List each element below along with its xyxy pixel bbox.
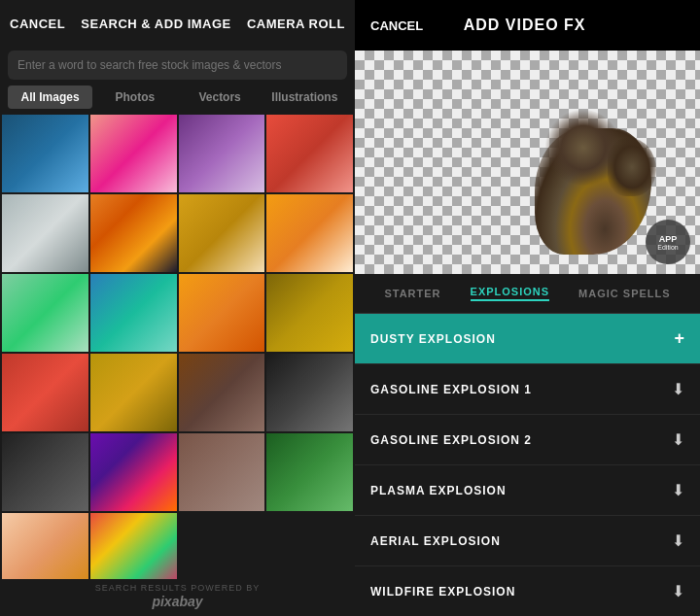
fx-item-label: GASOLINE EXPLOSION 2 — [370, 433, 532, 447]
fx-item-wildfire-explosion[interactable]: WILDFIRE EXPLOSION ⬇ — [355, 566, 700, 616]
list-item[interactable] — [179, 274, 265, 352]
filter-tabs: All Images Photos Vectors Illustrations — [8, 86, 347, 109]
fx-list: DUSTY EXPLOSION + GASOLINE EXPLOSION 1 ⬇… — [355, 314, 700, 616]
app-edition-badge: APP Edition — [646, 220, 690, 264]
fx-tabs: STARTER EXPLOSIONS MAGIC SPELLS — [355, 274, 700, 314]
list-item[interactable] — [2, 433, 88, 511]
fx-item-gasoline-2[interactable]: GASOLINE EXPLOSION 2 ⬇ — [355, 415, 700, 465]
list-item[interactable] — [179, 354, 265, 431]
badge-app-text: APP — [659, 234, 678, 244]
list-item[interactable] — [90, 115, 177, 192]
list-item[interactable] — [90, 513, 177, 579]
list-item[interactable] — [266, 115, 353, 192]
download-icon: ⬇ — [672, 582, 684, 600]
filter-tab-all-images[interactable]: All Images — [8, 86, 92, 109]
powered-by-prefix: SEARCH RESULTS POWERED BY — [0, 583, 355, 593]
fx-item-label: PLASMA EXPLOSION — [370, 484, 507, 497]
fx-item-label: DUSTY EXPLOSION — [370, 332, 496, 346]
list-item[interactable] — [179, 194, 265, 272]
fx-item-plasma-explosion[interactable]: PLASMA EXPLOSION ⬇ — [355, 465, 700, 516]
right-panel: CANCEL ADD VIDEO FX APP Edition STARTER … — [355, 0, 700, 616]
list-item[interactable] — [90, 274, 177, 352]
list-item[interactable] — [266, 194, 353, 272]
list-item[interactable] — [2, 513, 88, 579]
list-item[interactable] — [90, 354, 177, 431]
filter-tab-photos[interactable]: Photos — [92, 86, 177, 109]
download-icon: ⬇ — [672, 380, 684, 398]
list-item[interactable] — [266, 274, 353, 352]
search-input[interactable] — [8, 51, 347, 80]
download-icon: ⬇ — [672, 531, 684, 550]
right-cancel-button[interactable]: CANCEL — [370, 18, 423, 33]
list-item[interactable] — [2, 354, 88, 431]
download-icon: ⬇ — [672, 481, 684, 499]
filter-tab-vectors[interactable]: Vectors — [178, 86, 262, 109]
left-cancel-button[interactable]: CANCEL — [10, 17, 65, 31]
list-item[interactable] — [2, 115, 88, 192]
explosion-preview-image — [535, 119, 651, 255]
fx-item-dusty-explosion[interactable]: DUSTY EXPLOSION + — [355, 314, 700, 364]
powered-by-logo: pixabay — [152, 594, 202, 609]
list-item[interactable] — [266, 433, 353, 511]
fx-item-gasoline-1[interactable]: GASOLINE EXPLOSION 1 ⬇ — [355, 364, 700, 415]
image-grid — [0, 115, 355, 579]
video-preview: APP Edition — [355, 51, 700, 274]
right-content: APP Edition STARTER EXPLOSIONS MAGIC SPE… — [355, 51, 700, 616]
fx-item-label: GASOLINE EXPLOSION 1 — [370, 383, 532, 396]
download-icon: ⬇ — [672, 430, 684, 449]
list-item[interactable] — [2, 194, 88, 272]
left-header: CANCEL SEARCH & ADD IMAGE CAMERA ROLL — [0, 0, 355, 47]
fx-item-aerial-explosion[interactable]: AERIAL EXPLOSION ⬇ — [355, 516, 700, 566]
fx-item-label: WILDFIRE EXPLOSION — [370, 585, 515, 599]
list-item[interactable] — [90, 194, 177, 272]
list-item[interactable] — [179, 433, 265, 511]
right-header: CANCEL ADD VIDEO FX — [355, 0, 700, 51]
list-item[interactable] — [90, 433, 177, 511]
left-panel: CANCEL SEARCH & ADD IMAGE CAMERA ROLL Al… — [0, 0, 355, 616]
list-item[interactable] — [2, 274, 88, 352]
filter-tab-illustrations[interactable]: Illustrations — [262, 86, 347, 109]
tab-magic-spells[interactable]: MAGIC SPELLS — [578, 288, 671, 299]
tab-starter[interactable]: STARTER — [384, 288, 440, 299]
explosion-cloud-shape — [535, 128, 651, 255]
add-icon: + — [674, 328, 684, 349]
badge-edition-text: Edition — [657, 244, 678, 251]
list-item[interactable] — [179, 115, 265, 192]
left-title: SEARCH & ADD IMAGE — [81, 17, 230, 31]
camera-roll-button[interactable]: CAMERA ROLL — [247, 17, 345, 31]
right-title: ADD VIDEO FX — [464, 17, 586, 34]
powered-by: SEARCH RESULTS POWERED BY pixabay — [0, 579, 355, 616]
fx-item-label: AERIAL EXPLOSION — [370, 534, 501, 548]
tab-explosions[interactable]: EXPLOSIONS — [471, 286, 550, 301]
list-item[interactable] — [266, 354, 353, 431]
